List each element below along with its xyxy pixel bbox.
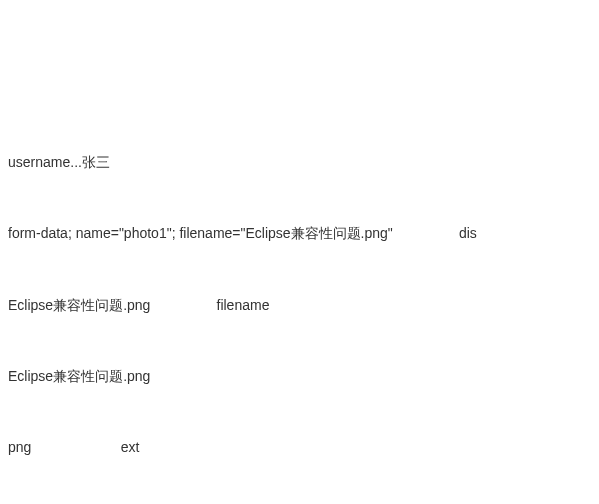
log-line: form-data; name="photo1"; filename="Ecli… (8, 222, 591, 246)
log-line: png ext (8, 436, 591, 460)
log-line: username...张三 (8, 151, 591, 175)
log-line: Eclipse兼容性问题.png (8, 365, 591, 389)
log-line: Eclipse兼容性问题.png filename (8, 294, 591, 318)
console-output: username...张三 form-data; name="photo1"; … (8, 103, 591, 504)
